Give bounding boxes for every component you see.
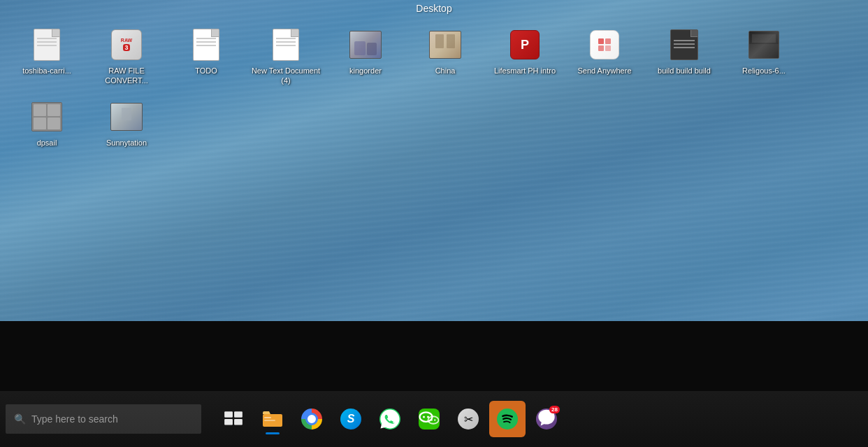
svg-rect-10	[264, 420, 275, 421]
whatsapp-icon	[379, 409, 400, 430]
taskbar-icon-whatsapp[interactable]	[372, 401, 408, 437]
task-view-icon	[223, 409, 244, 430]
china-label: China	[435, 66, 456, 76]
desktop-icon-build[interactable]: build build build	[646, 22, 723, 81]
desktop-icon-lifesmart[interactable]: P Lifesmart PH intro	[486, 22, 563, 81]
sunnytation-label: Sunnytation	[106, 138, 147, 148]
svg-rect-7	[234, 419, 243, 425]
svg-point-12	[423, 416, 425, 418]
lifesmart-label: Lifesmart PH intro	[494, 66, 556, 76]
svg-rect-4	[224, 411, 233, 418]
lifesmart-icon-graphic: P	[508, 28, 542, 62]
sunnytation-icon-graphic	[110, 100, 143, 134]
raw-icon-graphic: RAW3	[110, 28, 143, 62]
todo-icon-graphic	[189, 28, 223, 62]
taskbar-icon-wechat[interactable]	[411, 401, 447, 437]
taskbar-icons: S	[215, 401, 565, 437]
taskbar-icon-skype[interactable]: S	[333, 401, 369, 437]
svg-rect-5	[234, 411, 243, 418]
desktop-icon-religous[interactable]: Religous-6...	[725, 22, 802, 81]
svg-rect-3	[605, 45, 611, 51]
dpsail-icon-graphic	[30, 100, 64, 134]
svg-point-15	[431, 419, 433, 420]
todo-label: TODO	[195, 66, 217, 76]
file-explorer-icon	[262, 409, 283, 430]
desktop-icon-todo[interactable]: TODO	[168, 22, 245, 81]
desktop-icon-sunnytation[interactable]: Sunnytation	[88, 94, 165, 153]
desktop-icon-new-text-doc[interactable]: New Text Document (4)	[247, 22, 324, 92]
build-label: build build build	[658, 66, 711, 76]
svg-rect-1	[605, 38, 611, 44]
taskbar-icon-viber[interactable]: 28	[528, 401, 565, 437]
religous-icon-graphic	[747, 28, 781, 62]
toshiba-icon-graphic	[30, 28, 64, 62]
desktop-icons: toshiba-carri... RAW3 RAW FILE CONVERT..…	[0, 14, 868, 162]
raw-label: RAW FILE CONVERT...	[92, 66, 161, 86]
misc-icon: ✂	[458, 409, 479, 430]
dpsail-label: dpsail	[37, 138, 57, 148]
china-icon-graphic	[428, 28, 462, 62]
taskbar-icon-file-explorer[interactable]	[254, 401, 291, 437]
desktop-icon-raw[interactable]: RAW3 RAW FILE CONVERT...	[88, 22, 165, 92]
desktop-icon-send-anywhere[interactable]: Send Anywhere	[566, 22, 643, 81]
desktop-icon-kingorder[interactable]: kingorder	[327, 22, 404, 81]
search-bar[interactable]: 🔍 Type here to search	[6, 404, 201, 434]
desktop-icon-dpsail[interactable]: dpsail	[8, 94, 85, 153]
skype-icon: S	[340, 409, 361, 430]
svg-rect-9	[264, 417, 271, 418]
taskbar-icon-spotify[interactable]	[489, 401, 526, 437]
viber-icon: 28	[536, 409, 557, 430]
chrome-icon	[301, 409, 322, 430]
desktop: Desktop toshiba-carri... RAW3	[0, 0, 868, 447]
svg-rect-0	[598, 38, 604, 44]
svg-point-16	[434, 419, 435, 420]
svg-rect-6	[224, 419, 233, 425]
new-text-doc-icon-graphic	[269, 28, 303, 62]
religous-label: Religous-6...	[742, 66, 786, 76]
taskbar-icon-task-view[interactable]	[215, 401, 252, 437]
toshiba-label: toshiba-carri...	[22, 66, 71, 76]
spotify-icon	[497, 409, 518, 430]
svg-rect-2	[598, 45, 604, 51]
send-anywhere-label: Send Anywhere	[577, 66, 631, 76]
search-icon: 🔍	[14, 413, 26, 425]
viber-badge: 28	[549, 406, 560, 413]
kingorder-icon-graphic	[349, 28, 382, 62]
wechat-icon	[419, 409, 440, 430]
search-placeholder: Type here to search	[31, 413, 118, 425]
desktop-icon-china[interactable]: China	[407, 22, 484, 81]
send-anywhere-icon-graphic	[588, 28, 621, 62]
taskbar-icon-chrome[interactable]	[294, 401, 330, 437]
new-text-doc-label: New Text Document (4)	[251, 66, 321, 86]
desktop-icon-toshiba[interactable]: toshiba-carri...	[8, 22, 85, 81]
taskbar-icon-misc[interactable]: ✂	[450, 401, 486, 437]
build-icon-graphic	[667, 28, 701, 62]
taskbar: 🔍 Type here to search	[0, 391, 868, 447]
kingorder-label: kingorder	[349, 66, 382, 76]
